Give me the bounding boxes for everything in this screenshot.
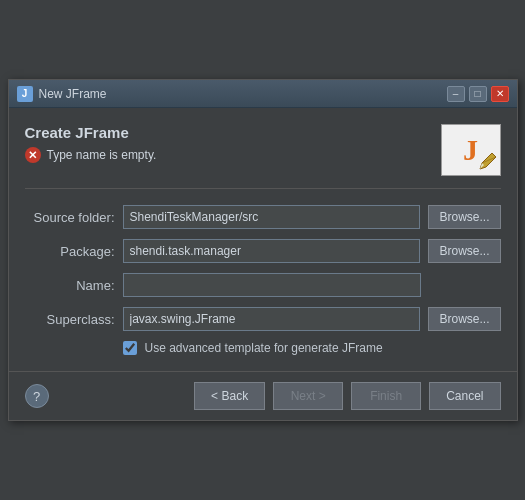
cancel-button[interactable]: Cancel (429, 382, 500, 410)
superclass-label: Superclass: (25, 312, 115, 327)
advanced-template-checkbox[interactable] (123, 341, 137, 355)
finish-button[interactable]: Finish (351, 382, 421, 410)
source-folder-row: Source folder: Browse... (25, 205, 501, 229)
logo-pencil-icon (476, 151, 498, 173)
checkbox-row: Use advanced template for generate JFram… (123, 341, 501, 355)
error-row: ✕ Type name is empty. (25, 147, 441, 163)
name-input[interactable] (123, 273, 421, 297)
title-bar: J New JFrame – □ ✕ (9, 80, 517, 108)
superclass-input[interactable] (123, 307, 421, 331)
minimize-button[interactable]: – (447, 86, 465, 102)
source-folder-input[interactable] (123, 205, 421, 229)
package-row: Package: Browse... (25, 239, 501, 263)
dialog-title: Create JFrame (25, 124, 441, 141)
name-row: Name: (25, 273, 501, 297)
close-button[interactable]: ✕ (491, 86, 509, 102)
superclass-row: Superclass: Browse... (25, 307, 501, 331)
error-message: Type name is empty. (47, 148, 157, 162)
source-folder-browse-button[interactable]: Browse... (428, 205, 500, 229)
package-input[interactable] (123, 239, 421, 263)
header-text: Create JFrame ✕ Type name is empty. (25, 124, 441, 163)
package-browse-button[interactable]: Browse... (428, 239, 500, 263)
name-label: Name: (25, 278, 115, 293)
title-bar-controls: – □ ✕ (447, 86, 509, 102)
superclass-browse-button[interactable]: Browse... (428, 307, 500, 331)
title-bar-icon: J (17, 86, 33, 102)
back-button[interactable]: < Back (194, 382, 265, 410)
form-area: Source folder: Browse... Package: Browse… (25, 205, 501, 355)
title-bar-text: New JFrame (39, 87, 441, 101)
header-section: Create JFrame ✕ Type name is empty. J (25, 124, 501, 189)
help-button[interactable]: ? (25, 384, 49, 408)
logo-image: J (441, 124, 501, 176)
dialog-window: J New JFrame – □ ✕ Create JFrame ✕ Type … (8, 79, 518, 421)
error-icon: ✕ (25, 147, 41, 163)
source-folder-label: Source folder: (25, 210, 115, 225)
maximize-button[interactable]: □ (469, 86, 487, 102)
dialog-content: Create JFrame ✕ Type name is empty. J So… (9, 108, 517, 371)
next-button[interactable]: Next > (273, 382, 343, 410)
advanced-template-label[interactable]: Use advanced template for generate JFram… (145, 341, 383, 355)
footer: ? < Back Next > Finish Cancel (9, 371, 517, 420)
package-label: Package: (25, 244, 115, 259)
